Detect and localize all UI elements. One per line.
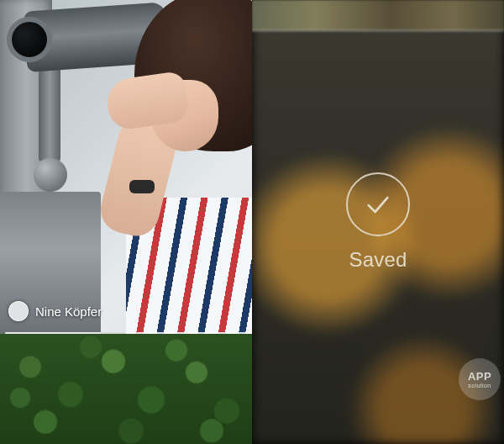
feed-photo-top[interactable] — [0, 0, 252, 332]
check-icon — [346, 172, 410, 236]
decor-scope-mount — [39, 62, 60, 163]
decor-forest — [0, 334, 252, 444]
decor-person — [92, 0, 252, 286]
saved-confirmation-pane: Saved APP solution — [252, 0, 504, 444]
author-avatar[interactable] — [8, 301, 29, 321]
author-name: Nine Köpfer — [35, 304, 102, 319]
photo-feed-pane: Nine Köpfer — [0, 0, 252, 444]
watermark-main: APP — [468, 371, 491, 382]
decor-scope-lens — [7, 17, 52, 62]
decor-scope-knob — [34, 158, 67, 192]
watermark-sub: solution — [468, 383, 491, 388]
feed-photo-bottom[interactable] — [0, 334, 252, 444]
saved-label: Saved — [349, 248, 407, 272]
watermark-badge: APP solution — [459, 358, 501, 400]
photo-attribution[interactable]: Nine Köpfer — [8, 301, 102, 321]
